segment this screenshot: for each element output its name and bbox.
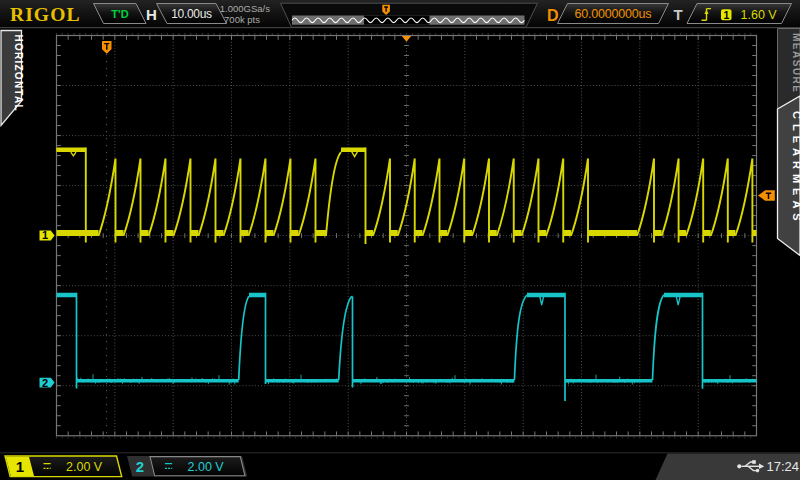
svg-text:RIGOL: RIGOL [10,4,81,25]
svg-text:T'D: T'D [111,8,128,20]
svg-text:60.0000000us: 60.0000000us [575,7,652,21]
svg-text:CLEARMEAS: CLEARMEAS [791,111,800,226]
svg-text:1.60 V: 1.60 V [741,8,778,22]
svg-text:MEASURE: MEASURE [791,33,800,94]
svg-text:T: T [674,6,683,23]
svg-text:H: H [146,6,157,23]
svg-text:1: 1 [723,9,729,21]
svg-text:700k pts: 700k pts [224,14,260,25]
svg-text:1.000GSa/s: 1.000GSa/s [220,3,270,14]
svg-text:17:24: 17:24 [767,459,800,474]
svg-text:10.00us: 10.00us [171,7,212,21]
svg-text:1: 1 [16,458,24,475]
svg-text:2: 2 [136,458,144,475]
svg-text:D: D [547,7,559,24]
svg-text:2: 2 [42,377,48,389]
svg-text:HORIZONTAL: HORIZONTAL [13,35,24,112]
svg-text:2.00 V: 2.00 V [188,460,225,474]
svg-text:1: 1 [42,229,48,241]
svg-text:2.00 V: 2.00 V [66,460,103,474]
